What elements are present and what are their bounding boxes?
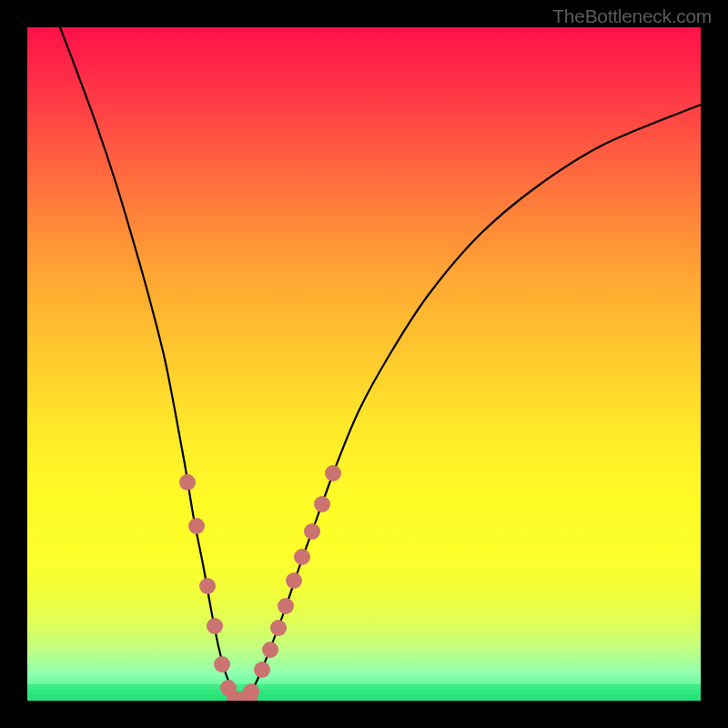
data-point [214, 656, 230, 672]
data-point [254, 662, 270, 678]
data-point [294, 549, 310, 565]
chart-svg [27, 27, 701, 701]
data-point [262, 642, 278, 658]
data-point [199, 578, 216, 594]
data-points-group [179, 465, 341, 701]
bottleneck-curve-right [244, 105, 701, 701]
data-point [325, 465, 341, 481]
data-point [270, 620, 287, 636]
chart-plot-area [27, 27, 701, 701]
data-point [286, 572, 302, 589]
data-point [179, 474, 196, 490]
watermark-text: TheBottleneck.com [552, 5, 712, 27]
data-point [314, 496, 330, 512]
data-point [188, 518, 205, 534]
data-point [278, 598, 294, 614]
data-point [304, 523, 320, 540]
data-point [207, 618, 223, 634]
bottleneck-curve-left [60, 27, 238, 701]
